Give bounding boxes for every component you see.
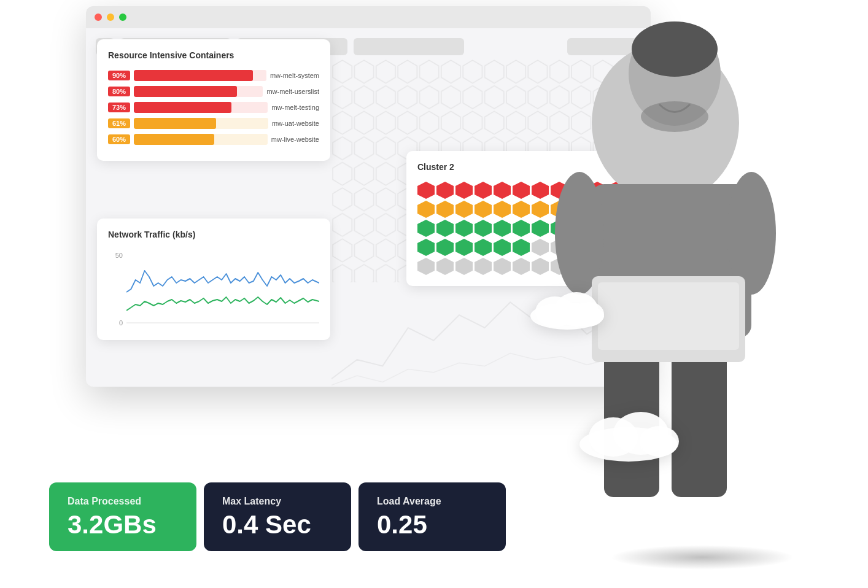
bar-row: 90%mw-melt-system [108,70,319,81]
hex-cell-green [455,220,473,237]
hex-cell-gray [608,239,625,256]
hex-cell-orange [532,201,549,218]
hex-cell-red [475,182,492,199]
ric-bars-container: 90%mw-melt-system80%mw-melt-userslist73%… [108,70,319,145]
hex-cell-gray [455,258,473,275]
hex-cell-green [455,239,473,256]
hex-cell-green [608,220,625,237]
hex-cell-green [513,220,530,237]
hex-cell-orange [494,201,511,218]
nav-pill-5 [567,38,641,55]
ric-title: Resource Intensive Containers [108,50,319,60]
bar-track [134,134,268,145]
svg-point-17 [573,302,604,327]
hex-cell-red [455,182,473,199]
card-cluster: Cluster 2 [406,151,640,286]
hex-cell-orange [436,201,454,218]
hex-cell-gray [475,258,492,275]
hex-cell-orange [455,201,473,218]
traffic-light-yellow[interactable] [107,14,114,21]
svg-point-21 [640,426,679,457]
hex-cell-green [494,239,511,256]
hex-cell-gray [551,239,568,256]
hex-cell-gray [570,239,587,256]
stat-label-2: Load Average [377,496,487,507]
hex-cell-green [532,220,549,237]
hex-cell-green [513,239,530,256]
bar-row: 60%mw-live-website [108,134,319,145]
bar-row: 73%mw-melt-testing [108,102,319,113]
svg-point-13 [641,101,708,132]
stat-card-data-processed: Data Processed 3.2GBs [49,482,196,551]
hex-cell-orange [417,201,435,218]
bar-fill [134,70,253,81]
cloud-2 [573,401,684,465]
browser-titlebar [86,6,651,28]
chart-y-labels: 50 0 [108,249,123,329]
bar-fill [134,118,216,129]
bar-track [134,102,268,113]
svg-point-8 [727,172,776,295]
hex-cell-green [608,201,625,218]
hex-cell-orange [475,201,492,218]
hex-cell-gray [417,258,435,275]
hex-cell-red [570,182,587,199]
hex-cell-green [494,220,511,237]
bar-pct-label: 61% [108,118,130,128]
hex-cell-red [436,182,454,199]
person-shadow [610,545,794,570]
hex-cell-green [417,239,435,256]
hex-cell-red [513,182,530,199]
bar-name-label: mw-uat-website [272,120,319,127]
network-svg [126,249,319,329]
hex-cell-green [589,220,606,237]
bar-pct-label: 73% [108,103,130,112]
hex-cell-gray [513,258,530,275]
hex-cell-green [417,220,435,237]
bar-track [134,70,266,81]
stat-value-2: 0.25 [377,512,487,538]
cloud-1 [524,282,610,334]
hex-cell-red [551,182,568,199]
stat-label-0: Data Processed [68,496,178,507]
bar-name-label: mw-melt-testing [271,104,319,111]
network-title: Network Traffic (kb/s) [108,230,319,239]
hex-cell-orange [513,201,530,218]
hex-cell-green [436,220,454,237]
stat-card-max-latency: Max Latency 0.4 Sec [204,482,351,551]
bar-pct-label: 90% [108,71,130,80]
hex-cell-orange [589,201,606,218]
traffic-light-red[interactable] [95,14,102,21]
traffic-light-green[interactable] [119,14,126,21]
bar-fill [134,134,214,145]
card-network: Network Traffic (kb/s) 50 0 [97,219,330,340]
bar-name-label: mw-melt-userslist [266,88,319,95]
stat-label-1: Max Latency [222,496,333,507]
scene: Resource Intensive Containers 90%mw-melt… [0,0,868,588]
stat-value-0: 3.2GBs [68,512,178,538]
bar-row: 80%mw-melt-userslist [108,86,319,97]
bar-pct-label: 60% [108,134,130,144]
bar-track [134,86,263,97]
hex-cell-red [417,182,435,199]
stat-card-load-average: Load Average 0.25 [358,482,506,551]
stat-cards-container: Data Processed 3.2GBs Max Latency 0.4 Se… [49,482,506,551]
cluster-title: Cluster 2 [417,162,629,172]
y-label-50: 50 [108,252,123,259]
hex-cell-red [589,182,606,199]
nav-pill-4 [354,38,464,55]
bar-track [134,118,268,129]
hex-cell-red [532,182,549,199]
network-chart: 50 0 [108,249,319,329]
hex-cell-green [475,220,492,237]
hex-cell-green [436,239,454,256]
bar-fill [134,86,237,97]
bar-fill [134,102,231,113]
cluster-hex-grid [417,182,629,275]
bar-name-label: mw-live-website [271,136,319,143]
hex-cell-orange [570,201,587,218]
hex-cell-gray [532,258,549,275]
bar-name-label: mw-melt-system [270,72,319,79]
hex-cell-orange [551,201,568,218]
stat-value-1: 0.4 Sec [222,512,333,538]
